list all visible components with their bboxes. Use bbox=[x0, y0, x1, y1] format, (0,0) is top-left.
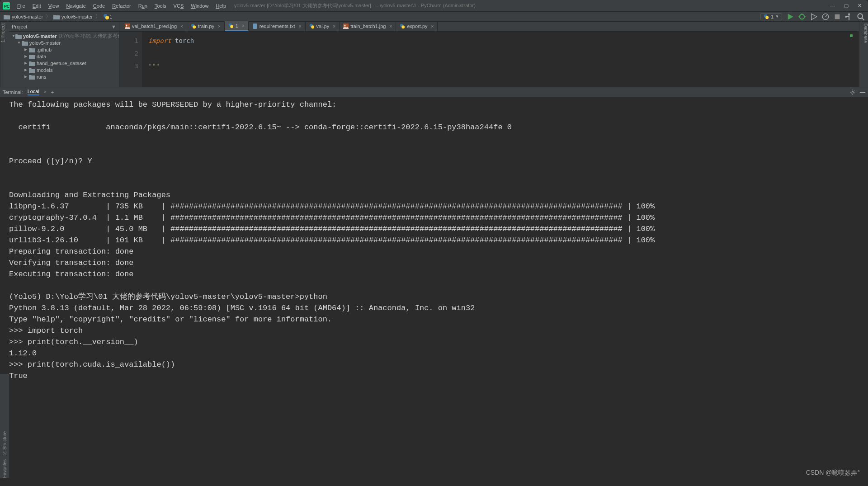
svg-point-6 bbox=[800, 14, 805, 19]
left-tool-strip[interactable]: 1: Project bbox=[0, 22, 9, 87]
menu-view[interactable]: View bbox=[45, 3, 63, 9]
terminal-tab-close-icon[interactable]: × bbox=[44, 90, 47, 94]
folder-icon bbox=[22, 40, 28, 46]
tree-node[interactable]: ▶models bbox=[9, 66, 119, 73]
close-icon[interactable]: ✕ bbox=[858, 3, 862, 9]
run-coverage-icon[interactable] bbox=[810, 13, 817, 20]
project-panel: Project ▼ ▼ yolov5-master D:\Yolo学习\01 大… bbox=[9, 22, 119, 87]
terminal-tab-local[interactable]: Local bbox=[28, 89, 39, 95]
menu-file[interactable]: File bbox=[14, 3, 29, 9]
tab-close-icon[interactable]: × bbox=[299, 24, 302, 29]
folder-icon bbox=[29, 74, 35, 80]
terminal-output[interactable]: The following packages will be SUPERSEDE… bbox=[0, 97, 868, 386]
chevron-down-icon: ▼ bbox=[17, 41, 22, 45]
folder-icon bbox=[29, 47, 35, 52]
left-bottom-tool-strip[interactable]: 2: Structure Favorites bbox=[0, 374, 9, 478]
folder-icon bbox=[29, 54, 35, 59]
file-icon bbox=[252, 24, 258, 29]
gear-icon[interactable] bbox=[850, 90, 855, 95]
minimize-icon[interactable]: — bbox=[830, 3, 835, 9]
editor-tab[interactable]: 1× bbox=[225, 21, 249, 31]
hide-icon[interactable]: — bbox=[860, 89, 865, 95]
tree-node[interactable]: ▶hand_gesture_dataset bbox=[9, 60, 119, 66]
tab-close-icon[interactable]: × bbox=[431, 24, 434, 29]
run-config-select[interactable]: 1 ▼ bbox=[760, 13, 782, 20]
editor-tab[interactable]: requirements.txt× bbox=[249, 21, 306, 31]
editor-tab[interactable]: val.py× bbox=[306, 21, 340, 31]
menu-window[interactable]: Window bbox=[187, 3, 212, 9]
menu-navigate[interactable]: Navigate bbox=[62, 3, 89, 9]
navbar: yolov5-master 〉 yolov5-master 〉 1 1 ▼ bbox=[0, 12, 868, 22]
editor-tab[interactable]: export.py× bbox=[396, 21, 438, 31]
stop-icon[interactable] bbox=[834, 13, 841, 20]
editor-area: val_batch1_pred.jpg×train.py×1×requireme… bbox=[119, 22, 859, 87]
tree-node[interactable]: ▼yolov5-master bbox=[9, 39, 119, 46]
chevron-right-icon: ▶ bbox=[24, 61, 29, 65]
python-file-icon bbox=[764, 14, 769, 19]
folder-icon bbox=[29, 61, 35, 66]
tab-close-icon[interactable]: × bbox=[333, 24, 335, 29]
tab-close-icon[interactable]: × bbox=[180, 24, 183, 29]
code-content: import torch """ bbox=[142, 32, 194, 87]
folder-icon bbox=[15, 33, 22, 39]
code-editor[interactable]: 123 import torch """ bbox=[119, 32, 859, 87]
menu-refactor[interactable]: Refactor bbox=[108, 3, 135, 9]
editor-tab[interactable]: val_batch1_pred.jpg× bbox=[121, 21, 187, 31]
git-icon[interactable] bbox=[845, 13, 853, 20]
svg-rect-23 bbox=[253, 24, 257, 29]
svg-point-3 bbox=[105, 16, 109, 19]
menu-edit[interactable]: Edit bbox=[29, 3, 45, 9]
run-icon[interactable] bbox=[787, 13, 794, 20]
breadcrumb-root[interactable]: yolov5-master bbox=[12, 14, 43, 19]
breadcrumb-module[interactable]: yolov5-master bbox=[61, 14, 93, 19]
tab-close-icon[interactable]: × bbox=[242, 24, 245, 28]
terminal-label: Terminal: bbox=[3, 90, 23, 95]
svg-point-27 bbox=[344, 25, 346, 26]
menubar: PC File Edit View Navigate Code Refactor… bbox=[0, 0, 868, 12]
project-header[interactable]: Project ▼ bbox=[9, 22, 119, 32]
gutter: 123 bbox=[119, 32, 142, 87]
terminal-tabs: Terminal: Local × + — bbox=[0, 87, 868, 97]
chevron-down-icon: ▼ bbox=[12, 34, 15, 38]
tab-close-icon[interactable]: × bbox=[218, 24, 221, 29]
maximize-icon[interactable]: ▢ bbox=[844, 3, 849, 9]
svg-point-18 bbox=[126, 25, 127, 26]
tree-node[interactable]: ▶runs bbox=[9, 73, 119, 80]
debug-icon[interactable] bbox=[798, 13, 806, 20]
menu-code[interactable]: Code bbox=[90, 3, 108, 9]
menu-vcs[interactable]: VCS bbox=[170, 3, 188, 9]
python-file-icon bbox=[103, 14, 109, 20]
profile-icon[interactable] bbox=[822, 13, 829, 20]
editor-tab[interactable]: train_batch1.jpg× bbox=[340, 21, 396, 31]
editor-tab[interactable]: train.py× bbox=[187, 21, 225, 31]
tree-node[interactable]: ▶data bbox=[9, 53, 119, 60]
chevron-right-icon: ▶ bbox=[24, 75, 29, 79]
editor-tabs: val_batch1_pred.jpg×train.py×1×requireme… bbox=[119, 22, 859, 32]
file-icon bbox=[228, 23, 234, 28]
menu-run[interactable]: Run bbox=[135, 3, 151, 9]
svg-point-15 bbox=[858, 14, 863, 19]
svg-line-16 bbox=[862, 18, 864, 20]
chevron-down-icon[interactable]: ▼ bbox=[111, 24, 116, 29]
svg-point-13 bbox=[848, 13, 850, 15]
breadcrumb-file[interactable]: 1 bbox=[109, 14, 112, 19]
file-icon bbox=[191, 24, 196, 29]
svg-point-29 bbox=[402, 25, 405, 28]
watermark: CSDN @噫嘆瑟弄° bbox=[806, 469, 860, 477]
chevron-down-icon: ▼ bbox=[775, 14, 779, 19]
window-title: yolov5-master [D:\Yolo学习\01 大佬的参考代码\yolo… bbox=[234, 2, 476, 9]
tab-close-icon[interactable]: × bbox=[389, 24, 392, 29]
svg-point-20 bbox=[193, 25, 196, 28]
file-icon bbox=[309, 24, 315, 29]
file-icon bbox=[343, 24, 349, 29]
tree-node[interactable]: ▶.github bbox=[9, 46, 119, 53]
menu-help[interactable]: Help bbox=[212, 3, 230, 9]
menu-tools[interactable]: Tools bbox=[151, 3, 170, 9]
search-icon[interactable] bbox=[857, 13, 864, 20]
svg-rect-12 bbox=[835, 14, 840, 19]
right-tool-strip[interactable]: Database bbox=[859, 22, 868, 87]
terminal-add-icon[interactable]: + bbox=[51, 90, 54, 95]
tree-root[interactable]: ▼ yolov5-master D:\Yolo学习\01 大佬的参考代码\yol… bbox=[9, 33, 119, 39]
svg-point-5 bbox=[765, 16, 769, 19]
svg-point-14 bbox=[845, 16, 847, 18]
